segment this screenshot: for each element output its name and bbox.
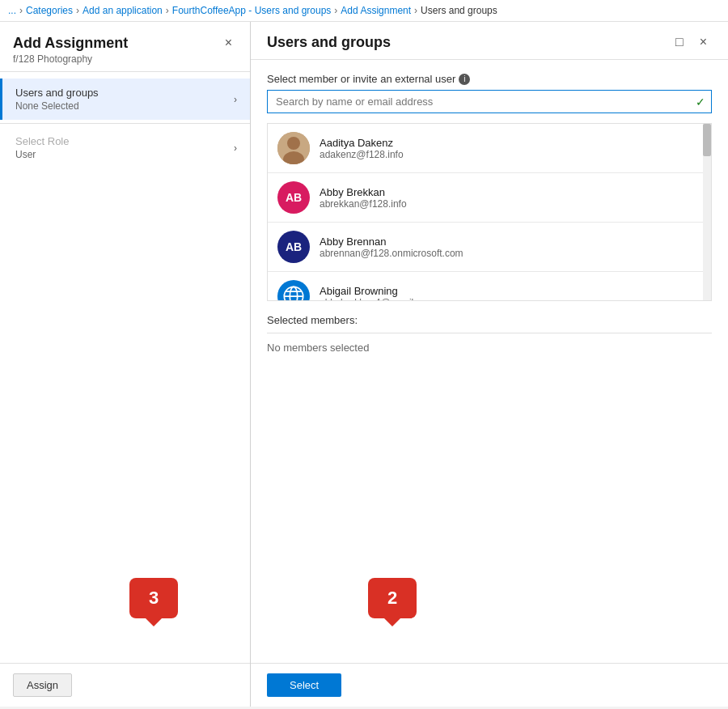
breadcrumb: ... › Categories › Add an application › … [0,0,728,22]
list-item[interactable]: Aaditya Dakenz adakenz@f128.info [268,124,711,173]
maximize-button[interactable]: □ [671,33,688,51]
right-panel-close-button[interactable]: × [695,33,712,51]
search-box-wrapper: ✓ [267,90,712,113]
right-panel-footer: Select [251,663,728,707]
left-panel-close-button[interactable]: × [220,35,237,51]
user-name: Aaditya Dakenz [320,137,404,149]
no-members-text: No members selected [267,342,712,354]
nav-item-users-groups[interactable]: Users and groups None Selected › [0,79,250,120]
search-check-icon: ✓ [696,96,705,108]
selected-members-label: Selected members: [267,314,712,333]
svg-point-4 [290,287,297,301]
left-panel-footer: Assign [0,663,250,707]
info-icon[interactable]: i [459,74,470,85]
nav-item-users-groups-label: Users and groups [15,87,99,99]
chevron-right-icon: › [234,94,237,105]
select-button[interactable]: Select [267,673,341,697]
search-label: Select member or invite an external user… [267,73,712,85]
breadcrumb-add-assignment[interactable]: Add Assignment [341,5,411,16]
svg-point-1 [287,137,300,150]
scrollbar[interactable] [703,124,711,300]
user-email: adakenz@f128.info [320,149,404,160]
right-panel-content: Select member or invite an external user… [251,60,728,663]
user-name: Abigail Browning [320,285,434,297]
annotation-3: 3 [129,578,178,618]
assign-button[interactable]: Assign [13,673,72,697]
nav-item-role-value: User [15,149,69,160]
nav-divider [0,123,250,124]
list-item[interactable]: Abigail Browning abbybrekkan4@gmail.com [268,272,711,301]
avatar [277,280,310,301]
user-list[interactable]: Aaditya Dakenz adakenz@f128.info AB Abby… [267,123,712,301]
avatar [277,132,310,164]
avatar: AB [277,181,310,214]
avatar: AB [277,231,310,263]
left-panel-title: Add Assignment [13,35,128,52]
nav-item-select-role[interactable]: Select Role User › [0,127,250,168]
right-panel: Users and groups □ × Select member or in… [251,22,728,707]
nav-item-users-groups-value: None Selected [15,100,99,112]
right-panel-header: Users and groups □ × [251,22,728,60]
list-item[interactable]: AB Abby Brekkan abrekkan@f128.info [268,173,711,223]
list-item[interactable]: AB Abby Brennan abrennan@f128.onmicrosof… [268,223,711,272]
user-email: abrekkan@f128.info [320,198,407,210]
user-email: abrennan@f128.onmicrosoft.com [320,248,463,259]
chevron-right-icon-2: › [234,142,237,154]
left-panel: Add Assignment f/128 Photography × Users… [0,22,251,707]
nav-item-role-label: Select Role [15,135,69,147]
breadcrumb-dots[interactable]: ... [8,5,16,16]
search-input[interactable] [267,90,712,113]
breadcrumb-add-application[interactable]: Add an application [83,5,163,16]
user-name: Abby Brennan [320,236,463,248]
breadcrumb-app-users[interactable]: FourthCoffeeApp - Users and groups [172,5,332,16]
user-email: abbybrekkan4@gmail.com [320,297,434,302]
left-panel-header: Add Assignment f/128 Photography × [0,22,250,72]
left-panel-subtitle: f/128 Photography [13,53,128,65]
right-panel-title: Users and groups [267,34,391,51]
svg-point-3 [284,287,303,301]
breadcrumb-categories[interactable]: Categories [26,5,73,16]
breadcrumb-current: Users and groups [421,5,497,16]
scrollbar-thumb[interactable] [703,124,711,156]
user-name: Abby Brekkan [320,186,407,198]
left-nav: Users and groups None Selected › Select … [0,72,250,374]
